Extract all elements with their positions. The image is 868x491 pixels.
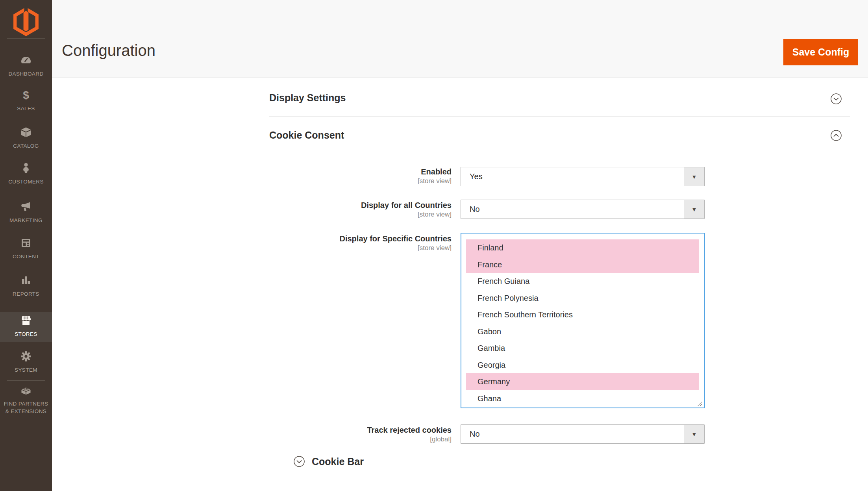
magento-logo[interactable] — [0, 7, 52, 38]
customers-icon — [0, 162, 52, 175]
country-option-france[interactable]: France — [466, 256, 699, 273]
country-option-gabon[interactable]: Gabon — [466, 323, 699, 340]
page-title: Configuration — [62, 42, 155, 59]
config-content: Display Settings Cookie Consent Enabled — [52, 78, 868, 491]
country-option-french-guiana[interactable]: French Guiana — [466, 273, 699, 290]
sidebar-item-label: STORES — [0, 330, 52, 338]
field-label-display-specific-countries: Display for Specific Countries [store vi… — [282, 234, 452, 252]
page-header: Configuration Save Config — [52, 0, 868, 78]
sidebar-divider — [7, 380, 45, 381]
country-option-finland[interactable]: Finland — [466, 239, 699, 256]
collapse-cookie-consent-button[interactable] — [830, 130, 842, 141]
sidebar-item-label: SALES — [0, 105, 52, 112]
scope-hint: [global] — [282, 435, 452, 444]
sidebar-item-stores[interactable]: STORES — [0, 312, 52, 342]
section-title-display-settings: Display Settings — [269, 91, 346, 104]
country-option-ghana[interactable]: Ghana — [466, 390, 699, 407]
section-title-cookie-consent: Cookie Consent — [269, 128, 344, 142]
sidebar-item-marketing[interactable]: MARKETING — [0, 200, 52, 224]
content-icon — [0, 237, 52, 250]
section-divider — [269, 116, 850, 117]
sidebar-item-sales[interactable]: $SALES — [0, 89, 52, 112]
specific-countries-multiselect[interactable]: FinlandFranceFrench GuianaFrench Polynes… — [461, 233, 705, 408]
scope-hint: [store view] — [282, 210, 452, 219]
field-label-display-all-countries: Display for all Countries [store view] — [282, 200, 452, 219]
sidebar-item-label: MARKETING — [0, 217, 52, 224]
marketing-icon — [0, 200, 52, 214]
find-partners-icon — [0, 384, 52, 397]
sidebar-item-label: REPORTS — [0, 290, 52, 298]
field-label-track-rejected-cookies: Track rejected cookies [global] — [282, 425, 452, 444]
magento-logo-icon — [13, 7, 39, 36]
expand-cookie-bar-button[interactable] — [293, 456, 305, 467]
country-option-french-polynesia[interactable]: French Polynesia — [466, 290, 699, 307]
country-option-french-southern-territories[interactable]: French Southern Territories — [466, 306, 699, 323]
country-option-georgia[interactable]: Georgia — [466, 357, 699, 374]
chevron-down-icon — [293, 456, 305, 467]
sidebar-item-dashboard[interactable]: DASHBOARD — [0, 54, 52, 78]
svg-text:$: $ — [23, 89, 29, 101]
system-icon — [0, 350, 52, 363]
sales-icon: $ — [0, 89, 52, 102]
scope-hint: [store view] — [282, 177, 452, 185]
country-option-gambia[interactable]: Gambia — [466, 340, 699, 357]
sidebar-item-system[interactable]: SYSTEM — [0, 350, 52, 374]
sidebar-item-customers[interactable]: CUSTOMERS — [0, 162, 52, 185]
sidebar-item-content[interactable]: CONTENT — [0, 237, 52, 260]
sidebar-divider — [7, 38, 45, 39]
collapse-display-settings-button[interactable] — [830, 93, 842, 105]
sidebar-item-label: FIND PARTNERS & EXTENSIONS — [0, 400, 52, 415]
catalog-icon — [0, 126, 52, 139]
scope-hint: [store view] — [282, 244, 452, 252]
enabled-select[interactable]: Yes ▼ — [461, 167, 705, 186]
sidebar-item-label: CUSTOMERS — [0, 178, 52, 185]
sidebar-item-label: CONTENT — [0, 253, 52, 260]
reports-icon — [0, 274, 52, 287]
track-rejected-cookies-select[interactable]: No ▼ — [461, 424, 705, 444]
dashboard-icon — [0, 54, 52, 67]
dropdown-arrow-icon: ▼ — [684, 167, 704, 186]
save-config-button[interactable]: Save Config — [783, 39, 858, 65]
dropdown-arrow-icon: ▼ — [684, 200, 704, 219]
chevron-down-icon — [830, 93, 842, 105]
sidebar-item-catalog[interactable]: CATALOG — [0, 126, 52, 150]
main-area: Configuration Save Config Display Settin… — [52, 0, 868, 491]
admin-sidebar: DASHBOARD$SALESCATALOGCUSTOMERSMARKETING… — [0, 0, 52, 491]
sidebar-item-label: SYSTEM — [0, 366, 52, 374]
display-all-countries-select[interactable]: No ▼ — [461, 200, 705, 219]
sidebar-item-find-partners-extensions[interactable]: FIND PARTNERS & EXTENSIONS — [0, 384, 52, 415]
sidebar-item-label: DASHBOARD — [0, 70, 52, 78]
field-label-enabled: Enabled [store view] — [282, 167, 452, 185]
subsection-title-cookie-bar: Cookie Bar — [312, 455, 364, 468]
sidebar-item-label: CATALOG — [0, 142, 52, 150]
chevron-up-icon — [830, 130, 842, 141]
dropdown-arrow-icon: ▼ — [684, 425, 704, 443]
stores-icon — [0, 314, 52, 328]
country-option-germany[interactable]: Germany — [466, 373, 699, 390]
sidebar-item-reports[interactable]: REPORTS — [0, 274, 52, 298]
